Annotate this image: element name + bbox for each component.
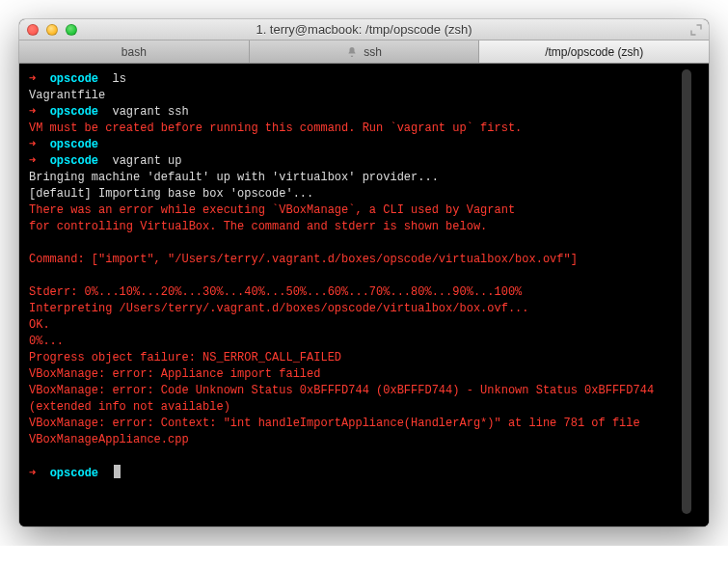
tab-label: /tmp/opscode (zsh) xyxy=(545,45,643,59)
tab-label: ssh xyxy=(364,45,382,59)
command-text: ls xyxy=(98,72,126,86)
error-output: for controlling VirtualBox. The command … xyxy=(29,219,684,235)
stdout-output: Bringing machine 'default' up with 'virt… xyxy=(29,170,684,186)
prompt-arrow-icon: ➜ xyxy=(29,154,50,168)
prompt-line: ➜ opscode vagrant up xyxy=(29,153,684,170)
scrollbar-thumb[interactable] xyxy=(682,69,691,514)
blank-line xyxy=(29,448,684,465)
prompt-path: opscode xyxy=(50,72,98,86)
tab-label: bash xyxy=(121,45,147,59)
terminal-window: 1. terry@macbook: /tmp/opscode (zsh) bas… xyxy=(19,19,709,526)
command-text: vagrant ssh xyxy=(98,105,189,119)
command-text: vagrant up xyxy=(98,154,181,168)
cursor-icon xyxy=(114,465,121,478)
prompt-line: ➜ opscode xyxy=(29,137,684,153)
prompt-line: ➜ opscode vagrant ssh xyxy=(29,104,684,121)
error-output: VBoxManage: error: Appliance import fail… xyxy=(29,366,684,383)
stdout-output: [default] Importing base box 'opscode'..… xyxy=(29,186,684,202)
zoom-icon[interactable] xyxy=(66,24,77,36)
error-output: VBoxManage: error: Context: "int handleI… xyxy=(29,416,684,448)
error-output: OK. xyxy=(29,317,684,334)
prompt-line: ➜ opscode xyxy=(29,465,684,482)
stdout-output: Vagrantfile xyxy=(29,88,684,104)
prompt-arrow-icon: ➜ xyxy=(29,138,50,151)
fullscreen-icon[interactable] xyxy=(689,23,703,37)
error-output: VBoxManage: error: Code Unknown Status 0… xyxy=(29,383,684,416)
traffic-lights xyxy=(19,24,77,36)
error-output: VM must be created before running this c… xyxy=(29,121,684,137)
tab-bar: bashssh/tmp/opscode (zsh) xyxy=(19,40,709,64)
error-output xyxy=(29,235,684,252)
error-output: Stderr: 0%...10%...20%...30%...40%...50%… xyxy=(29,284,684,301)
prompt-path: opscode xyxy=(50,154,98,168)
close-icon[interactable] xyxy=(27,24,39,36)
prompt-path: opscode xyxy=(50,138,98,151)
tab--tmp-opscode-zsh-[interactable]: /tmp/opscode (zsh) xyxy=(479,40,709,63)
terminal-body[interactable]: ➜ opscode lsVagrantfile➜ opscode vagrant… xyxy=(19,64,709,526)
error-output: Interpreting /Users/terry/.vagrant.d/box… xyxy=(29,301,684,317)
prompt-arrow-icon: ➜ xyxy=(29,467,50,480)
window-title: 1. terry@macbook: /tmp/opscode (zsh) xyxy=(19,22,709,37)
minimize-icon[interactable] xyxy=(46,24,58,36)
prompt-path: opscode xyxy=(50,105,98,119)
prompt-arrow-icon: ➜ xyxy=(29,72,50,86)
error-output: Progress object failure: NS_ERROR_CALL_F… xyxy=(29,350,684,366)
tab-ssh[interactable]: ssh xyxy=(250,40,480,63)
tab-bash[interactable]: bash xyxy=(19,40,250,63)
titlebar[interactable]: 1. terry@macbook: /tmp/opscode (zsh) xyxy=(19,19,709,40)
prompt-arrow-icon: ➜ xyxy=(29,105,50,119)
bell-icon xyxy=(346,46,358,58)
error-output xyxy=(29,268,684,284)
error-output: 0%... xyxy=(29,334,684,350)
prompt-line: ➜ opscode ls xyxy=(29,71,684,88)
error-output: Command: ["import", "/Users/terry/.vagra… xyxy=(29,252,684,268)
error-output: There was an error while executing `VBox… xyxy=(29,202,684,219)
prompt-path: opscode xyxy=(50,467,98,480)
